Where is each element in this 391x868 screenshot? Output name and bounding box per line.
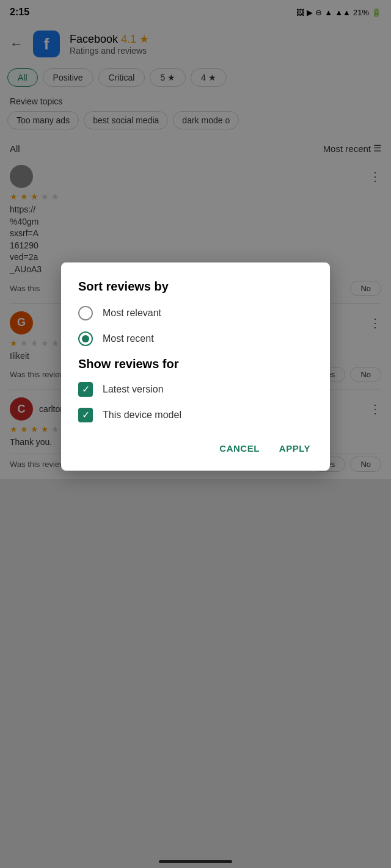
apply-button[interactable]: APPLY: [277, 438, 313, 458]
option-label-relevant: Most relevant: [103, 308, 161, 319]
option-label-recent: Most recent: [103, 333, 154, 344]
cancel-button[interactable]: CANCEL: [217, 438, 262, 458]
radio-relevant[interactable]: [78, 306, 93, 320]
dialog-title: Sort reviews by: [78, 280, 313, 294]
radio-recent[interactable]: [78, 331, 93, 346]
dialog-actions: CANCEL APPLY: [78, 433, 313, 458]
checkmark-icon: ✓: [82, 385, 90, 394]
checkbox-device-model[interactable]: ✓ This device model: [78, 408, 313, 422]
dialog-section-title: Show reviews for: [78, 357, 313, 371]
checkbox-device-model-box[interactable]: ✓: [78, 408, 93, 422]
sort-option-recent[interactable]: Most recent: [78, 331, 313, 346]
sort-dialog: Sort reviews by Most relevant Most recen…: [61, 262, 330, 471]
sort-option-relevant[interactable]: Most relevant: [78, 306, 313, 320]
option-label-device: This device model: [103, 410, 181, 421]
option-label-latest: Latest version: [103, 384, 164, 395]
checkbox-latest-version-box[interactable]: ✓: [78, 382, 93, 397]
checkmark-icon: ✓: [82, 410, 90, 420]
radio-inner-recent: [82, 335, 89, 342]
checkbox-latest-version[interactable]: ✓ Latest version: [78, 382, 313, 397]
